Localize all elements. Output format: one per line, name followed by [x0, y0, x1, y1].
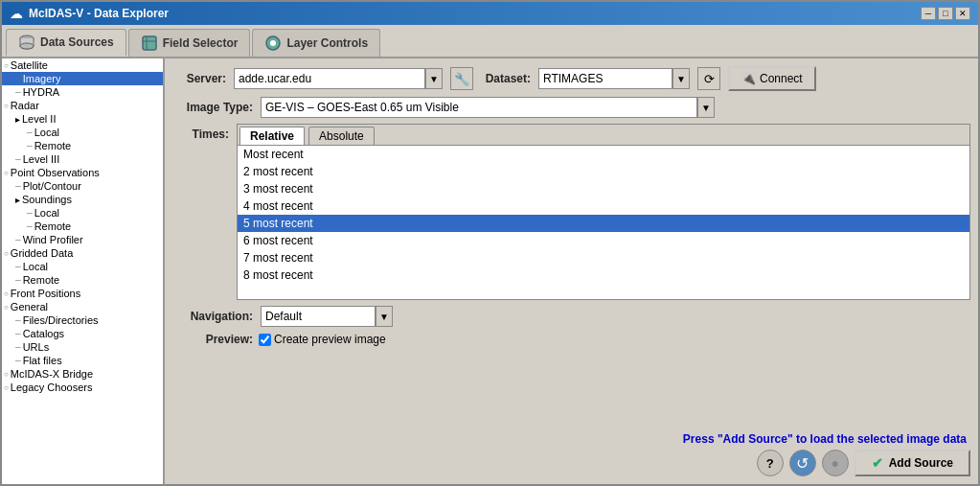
sidebar-item-label: HYDRA	[23, 86, 60, 98]
gray-btn: ●	[822, 450, 849, 476]
sidebar-item-legacy-choosers[interactable]: ○Legacy Choosers	[2, 381, 163, 394]
tree-dot: ○	[4, 370, 9, 379]
sidebar-item-label: General	[11, 301, 48, 312]
close-button[interactable]: ✕	[955, 7, 970, 20]
title-bar: ☁ McIDAS-V - Data Explorer ─ □ ✕	[2, 2, 978, 25]
dataset-dropdown-btn[interactable]: ▼	[672, 68, 690, 89]
sidebar-item-label: Imagery	[23, 73, 61, 84]
sidebar-item-label: Local	[23, 261, 48, 272]
preview-checkbox[interactable]	[259, 334, 271, 346]
sidebar-item-label: Gridded Data	[11, 247, 73, 259]
sidebar-item-general[interactable]: ○General	[2, 300, 163, 313]
times-list-item[interactable]: 6 most recent	[238, 232, 969, 249]
preview-text: Create preview image	[274, 333, 386, 346]
tab-field-selector[interactable]: Field Selector	[128, 29, 251, 57]
navigation-dropdown-btn[interactable]: ▼	[376, 306, 393, 327]
sidebar-item-label: Flat files	[23, 355, 62, 366]
sidebar-item-label: Level II	[22, 113, 56, 125]
preview-label: Preview:	[176, 333, 253, 346]
server-dropdown-btn[interactable]: ▼	[425, 68, 443, 89]
tree-dot: ○	[4, 102, 9, 110]
image-type-combo: ▼	[261, 97, 715, 118]
spacer	[176, 352, 970, 427]
sidebar-item-label: Legacy Choosers	[11, 382, 93, 393]
tree-dot: ─	[15, 343, 21, 352]
sidebar-item-remote2[interactable]: ─Remote	[2, 220, 163, 233]
tab-data-sources[interactable]: Data Sources	[6, 29, 126, 57]
preview-checkbox-label[interactable]: Create preview image	[259, 333, 386, 346]
minimize-button[interactable]: ─	[921, 7, 936, 20]
sidebar-item-level-iii[interactable]: ─Level III	[2, 152, 163, 166]
sidebar-item-urls[interactable]: ─URLs	[2, 340, 163, 354]
sidebar-item-wind-profiler[interactable]: ─Wind Profiler	[2, 233, 163, 246]
times-list-item[interactable]: 5 most recent	[238, 215, 969, 232]
tab-layer-controls-label: Layer Controls	[286, 36, 368, 50]
navigation-input[interactable]	[261, 306, 376, 327]
tree-dot: ─	[15, 330, 21, 338]
add-source-button[interactable]: ✔ Add Source	[855, 450, 970, 476]
server-input[interactable]	[234, 68, 425, 89]
sidebar-item-soundings[interactable]: ▸Soundings	[2, 193, 163, 206]
server-row: Server: ▼ 🔧 Dataset: ▼ ⟳ 🔌 Connect	[176, 66, 970, 91]
times-list-item[interactable]: 3 most recent	[238, 180, 969, 197]
tree-dot: ○	[4, 289, 9, 298]
sidebar-item-local2[interactable]: ─Local	[2, 206, 163, 220]
help-btn[interactable]: ?	[757, 450, 784, 476]
sidebar-item-label: URLs	[23, 341, 50, 353]
sidebar-item-front-positions[interactable]: ○Front Positions	[2, 287, 163, 300]
main-window: ☁ McIDAS-V - Data Explorer ─ □ ✕ Data So…	[0, 0, 980, 486]
tree-dot: ─	[15, 75, 21, 83]
wrench-btn[interactable]: 🔧	[450, 67, 473, 90]
sidebar-item-plot-contour[interactable]: ─Plot/Contour	[2, 179, 163, 193]
svg-point-1	[20, 43, 34, 49]
times-list-item[interactable]: 7 most recent	[238, 249, 969, 266]
sidebar-item-remote3[interactable]: ─Remote	[2, 273, 163, 287]
sidebar-item-label: Files/Directories	[23, 314, 99, 326]
times-tab-relative[interactable]: Relative	[239, 127, 305, 145]
refresh-dataset-btn[interactable]: ⟳	[697, 67, 720, 90]
times-list-item[interactable]: 2 most recent	[238, 163, 969, 180]
tree-dot: ─	[27, 128, 33, 137]
sidebar-item-local3[interactable]: ─Local	[2, 260, 163, 273]
sidebar-item-point-obs[interactable]: ○Point Observations	[2, 166, 163, 179]
sidebar-item-remote1[interactable]: ─Remote	[2, 139, 163, 152]
sidebar-item-imagery[interactable]: ─Imagery	[2, 72, 163, 85]
connect-button[interactable]: 🔌 Connect	[728, 66, 816, 91]
server-combo: ▼	[234, 68, 443, 89]
sidebar-item-gridded-data[interactable]: ○Gridded Data	[2, 246, 163, 260]
tree-dot: ○	[4, 61, 9, 70]
times-list[interactable]: Most recent2 most recent3 most recent4 m…	[238, 146, 969, 299]
times-list-item[interactable]: 4 most recent	[238, 197, 969, 215]
sidebar-item-level-ii[interactable]: ▸Level II	[2, 112, 163, 126]
tree-arrow: ▸	[15, 114, 20, 125]
connect-icon: 🔌	[741, 72, 756, 85]
svg-rect-2	[143, 36, 156, 50]
image-type-dropdown-btn[interactable]: ▼	[697, 97, 715, 118]
maximize-button[interactable]: □	[938, 7, 953, 20]
sidebar-item-local1[interactable]: ─Local	[2, 126, 163, 139]
preview-row: Preview: Create preview image	[176, 333, 970, 346]
tab-layer-controls[interactable]: Layer Controls	[252, 29, 380, 57]
tree-dot: ○	[4, 249, 9, 258]
image-type-input[interactable]	[261, 97, 697, 118]
sidebar-item-flat-files[interactable]: ─Flat files	[2, 354, 163, 367]
dataset-label: Dataset:	[481, 72, 531, 85]
sidebar-item-satellite[interactable]: ○Satellite	[2, 58, 163, 72]
sidebar-item-label: Catalogs	[23, 328, 64, 339]
reload-btn[interactable]: ↺	[789, 450, 816, 476]
tree-dot: ○	[4, 169, 9, 177]
sidebar-item-label: Satellite	[11, 59, 48, 71]
sidebar-item-radar[interactable]: ○Radar	[2, 99, 163, 112]
sidebar-item-files-dirs[interactable]: ─Files/Directories	[2, 313, 163, 327]
sidebar-item-catalogs[interactable]: ─Catalogs	[2, 327, 163, 340]
layers-icon	[264, 35, 282, 52]
sidebar-item-mcidas-bridge[interactable]: ○McIDAS-X Bridge	[2, 367, 163, 381]
sidebar-item-hydra[interactable]: ─HYDRA	[2, 85, 163, 99]
times-tabs: Relative Absolute	[238, 125, 969, 146]
times-list-item[interactable]: Most recent	[238, 146, 969, 163]
times-list-item[interactable]: 8 most recent	[238, 266, 969, 284]
dataset-input[interactable]	[538, 68, 672, 89]
add-source-label: Add Source	[889, 456, 953, 470]
tree-dot: ─	[27, 209, 33, 218]
times-tab-absolute[interactable]: Absolute	[308, 127, 375, 145]
